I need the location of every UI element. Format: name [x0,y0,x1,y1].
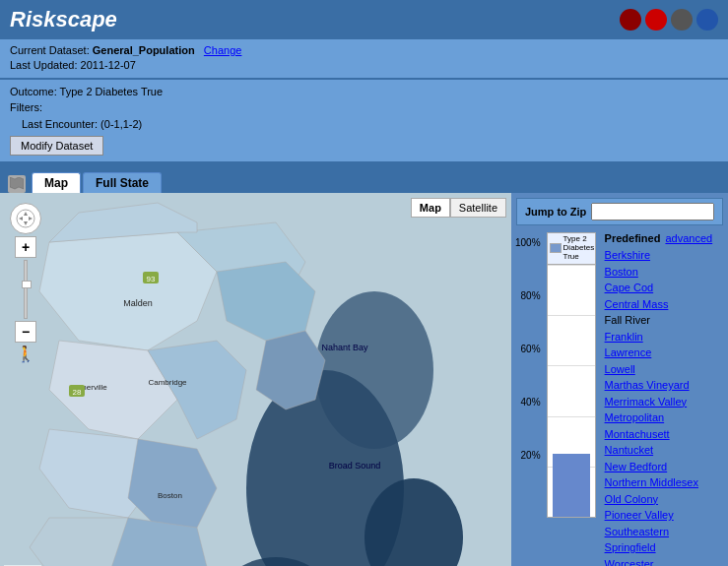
bar-fill [553,454,590,517]
filters-bar: Outcome: Type 2 Diabetes True Filters: L… [0,80,728,162]
y-label-100: 100% [515,237,544,248]
zoom-out-button[interactable]: − [15,321,36,343]
jump-to-zip-label: Jump to Zip [525,206,586,218]
logo-3-icon [671,9,693,31]
region-item-springfield[interactable]: Springfield [605,539,719,556]
dataset-name: General_Population [93,44,195,56]
app-title: Riskscape [10,7,117,32]
region-item-franklin[interactable]: Franklin [605,329,719,346]
region-item-worcester[interactable]: Worcester [605,556,719,566]
legend-label: Type 2 Diabetes True [563,235,595,261]
region-item-lowell[interactable]: Lowell [605,361,719,378]
logo-area [620,9,718,31]
region-list: BerkshireBostonCape CodCentral MassFall … [605,247,719,566]
y-label-20: 20% [515,450,544,461]
y-label-40: 40% [515,397,544,408]
zoom-in-button[interactable]: + [15,236,36,258]
region-item-northern-middlesex[interactable]: Northern Middlesex [605,474,719,491]
tab-full-state[interactable]: Full State [83,172,162,193]
region-item-lawrence[interactable]: Lawrence [605,345,719,361]
region-item-new-bedford[interactable]: New Bedford [605,459,719,475]
map-canvas[interactable]: Malden Somerville Cambridge Nahant Bay B… [0,193,511,566]
tabs-row: Map Full State [0,161,728,193]
satellite-toggle-button[interactable]: Satellite [450,198,506,218]
region-item-old-colony[interactable]: Old Colony [605,491,719,508]
last-updated-label: Last Updated: [10,59,78,71]
right-panel: Jump to Zip 100% 80% 60% 40% 20% [511,193,728,566]
dataset-label: Current Dataset: [10,44,90,56]
region-item-berkshire[interactable]: Berkshire [605,247,719,264]
logo-4-icon [696,9,718,31]
svg-text:Malden: Malden [123,298,153,308]
region-item-boston[interactable]: Boston [605,264,719,281]
advanced-link[interactable]: advanced [665,232,712,244]
predefined-label: Predefined [605,232,661,244]
region-item-cape-cod[interactable]: Cape Cod [605,280,719,296]
y-label-60: 60% [515,344,544,354]
region-item-montachusett[interactable]: Montachusett [605,426,719,443]
change-link[interactable]: Change [204,44,242,56]
outcome-value: Type 2 Diabetes True [60,86,164,97]
logo-1-icon [620,9,641,31]
app-header: Riskscape [0,0,728,39]
map-area[interactable]: Map Satellite + − 🚶 [0,193,511,566]
modify-dataset-button[interactable]: Modify Dataset [10,136,103,156]
last-updated-date: 2011-12-07 [81,59,136,71]
region-item-metropolitan[interactable]: Metropolitan [605,409,719,426]
svg-text:Cambridge: Cambridge [148,378,187,387]
region-item-fall-river[interactable]: Fall River [605,312,719,329]
svg-marker-0 [10,177,24,189]
content-wrapper: Map Satellite + − 🚶 [0,193,728,566]
region-item-pioneer-valley[interactable]: Pioneer Valley [605,507,719,524]
regions-panel: Predefined advanced BerkshireBostonCape … [600,232,724,566]
outcome-label: Outcome: [10,86,57,97]
zoom-slider[interactable] [24,260,28,319]
map-toggle-button[interactable]: Map [411,198,450,218]
svg-text:93: 93 [147,275,156,283]
svg-text:28: 28 [73,388,82,397]
tab-map[interactable]: Map [32,172,81,193]
pan-control[interactable] [10,203,41,234]
filters-label: Filters: [10,101,42,113]
region-item-marthas-vineyard[interactable]: Marthas Vineyard [605,377,719,394]
region-item-nantucket[interactable]: Nantucket [605,442,719,459]
y-label-80: 80% [515,290,544,301]
region-item-merrimack-valley[interactable]: Merrimack Valley [605,394,719,410]
street-view-icon[interactable]: 🚶 [16,345,35,363]
logo-2-icon [645,9,667,31]
region-item-southeastern[interactable]: Southeastern [605,524,719,540]
svg-text:Broad Sound: Broad Sound [329,461,381,471]
region-item-central-mass[interactable]: Central Mass [605,296,719,313]
svg-text:Nahant Bay: Nahant Bay [321,343,368,352]
filter-encounter: Last Encounter: (0-1,1-2) [22,118,142,130]
svg-text:Boston: Boston [158,491,182,500]
legend-color-box [550,243,562,253]
dataset-bar: Current Dataset: General_Population Chan… [0,39,728,78]
map-nav-icon [8,175,26,193]
zoom-controls: + − 🚶 [10,203,41,363]
jump-to-zip-area: Jump to Zip [516,198,723,225]
zip-input[interactable] [591,203,714,220]
map-satellite-toggle: Map Satellite [411,198,506,218]
